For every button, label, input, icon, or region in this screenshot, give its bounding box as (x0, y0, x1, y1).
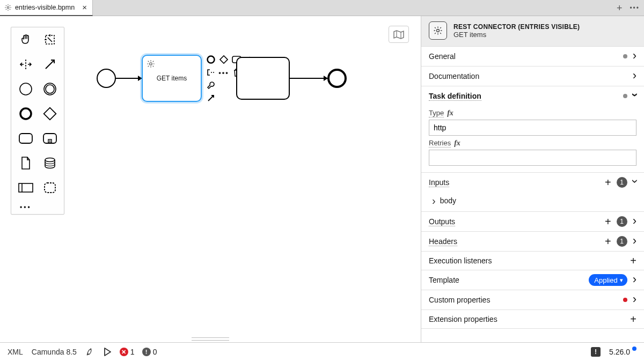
panel-title: REST CONNECTOR (ENTRIES VISIBLE) (453, 23, 580, 31)
problems-indicator[interactable]: ✕ 1 ! 0 (120, 348, 157, 356)
create-participant[interactable] (13, 179, 38, 197)
add-header-button[interactable]: + (605, 236, 611, 247)
hand-tool[interactable] (13, 31, 38, 49)
ctx-wrench[interactable] (206, 80, 216, 90)
outputs-count-badge: 1 (617, 216, 627, 227)
sequence-flow[interactable] (116, 78, 142, 79)
section-label: Custom properties (429, 296, 490, 304)
section-task-definition[interactable]: Task definition › (421, 86, 644, 106)
chevron-right-icon: › (633, 50, 636, 62)
create-intermediate-event[interactable] (38, 80, 62, 98)
svg-rect-15 (220, 56, 228, 63)
version-label[interactable]: 5.26.0 (609, 348, 636, 356)
type-field[interactable] (429, 120, 636, 136)
headers-count-badge: 1 (617, 236, 627, 247)
ctx-connect[interactable] (206, 93, 216, 103)
caret-down-icon: ▾ (620, 277, 623, 284)
error-icon: ✕ (120, 348, 128, 356)
tab-close-icon[interactable]: × (82, 3, 87, 11)
svg-point-13 (150, 63, 152, 65)
svg-point-4 (46, 85, 54, 93)
section-general[interactable]: General › (421, 47, 644, 66)
task[interactable] (236, 57, 290, 100)
svg-point-2 (20, 83, 32, 95)
ctx-annotation[interactable] (206, 68, 216, 77)
ctx-append-gateway[interactable] (219, 55, 229, 64)
ctx-more[interactable]: ••• (219, 68, 229, 77)
xml-toggle[interactable]: XML (8, 348, 23, 356)
warning-count: 0 (153, 348, 157, 356)
service-task-selected[interactable]: GET items (142, 55, 202, 102)
run-button[interactable] (104, 348, 111, 356)
tab-overflow-button[interactable]: ••• (630, 4, 640, 12)
new-tab-button[interactable]: + (617, 3, 623, 14)
add-extension-button[interactable]: + (630, 314, 636, 325)
chevron-right-icon: › (633, 215, 636, 227)
connect-tool[interactable] (38, 55, 62, 73)
create-end-event[interactable] (13, 105, 38, 123)
warning-icon: ! (142, 348, 151, 356)
chevron-right-icon: › (432, 195, 436, 206)
panel-resize-handle[interactable] (192, 337, 229, 341)
map-icon (393, 30, 405, 39)
deploy-button[interactable] (85, 347, 95, 357)
create-start-event[interactable] (13, 80, 38, 98)
create-gateway[interactable] (38, 105, 62, 123)
svg-point-5 (20, 108, 31, 119)
chevron-right-icon: › (633, 293, 636, 305)
section-execution-listeners[interactable]: Execution listeners + (421, 252, 644, 270)
template-applied-pill[interactable]: Applied▾ (589, 274, 627, 286)
end-event[interactable] (327, 69, 347, 88)
sequence-flow[interactable] (290, 78, 327, 79)
panel-header: REST CONNECTOR (ENTRIES VISIBLE) GET ite… (421, 16, 644, 47)
create-group[interactable] (38, 179, 62, 197)
gear-icon (4, 4, 12, 11)
svg-rect-11 (19, 183, 33, 192)
add-input-button[interactable]: + (605, 177, 611, 188)
space-tool[interactable] (13, 55, 38, 73)
section-headers[interactable]: Headers + 1 › (421, 232, 644, 251)
section-outputs[interactable]: Outputs + 1 › (421, 212, 644, 231)
chevron-right-icon: › (633, 274, 636, 285)
retries-field[interactable] (429, 150, 636, 166)
canvas[interactable]: ••• GET items (0, 16, 421, 342)
wrench-icon (207, 81, 215, 90)
section-label: Headers (429, 237, 457, 246)
error-count: 1 (130, 348, 135, 356)
create-task[interactable] (13, 129, 38, 148)
section-label: General (429, 52, 456, 61)
add-listener-button[interactable]: + (630, 255, 636, 266)
type-label: Type (429, 109, 444, 117)
platform-selector[interactable]: Camunda 8.5 (32, 348, 77, 356)
add-output-button[interactable]: + (605, 216, 611, 227)
start-event[interactable] (97, 69, 116, 88)
error-dot-icon (623, 298, 627, 302)
file-tab[interactable]: entries-visible.bpmn × (0, 0, 93, 16)
chevron-down-icon: › (628, 179, 640, 183)
minimap-toggle[interactable] (389, 26, 409, 43)
chevron-down-icon: › (628, 93, 640, 97)
fx-icon[interactable]: fx (447, 109, 453, 117)
fx-icon[interactable]: fx (454, 139, 460, 148)
ctx-append-event[interactable] (206, 55, 216, 64)
section-label: Task definition (429, 92, 481, 101)
input-item[interactable]: › body (421, 192, 644, 211)
status-bar: XML Camunda 8.5 ✕ 1 ! 0 ! 5.26.0 (0, 342, 644, 361)
section-label: Outputs (429, 217, 455, 226)
section-inputs[interactable]: Inputs + 1 › (421, 173, 644, 192)
create-data-object[interactable] (13, 154, 38, 172)
section-documentation[interactable]: Documentation › (421, 67, 644, 86)
gear-icon (146, 59, 156, 69)
section-template[interactable]: Template Applied▾ › (421, 270, 644, 290)
section-custom-properties[interactable]: Custom properties › (421, 290, 644, 310)
chevron-right-icon: › (633, 235, 636, 247)
feedback-button[interactable]: ! (591, 347, 601, 357)
dot-indicator (623, 54, 627, 58)
lasso-tool[interactable] (38, 31, 62, 49)
section-extension-properties[interactable]: Extension properties + (421, 310, 644, 328)
section-label: Template (429, 276, 459, 284)
create-data-store[interactable] (38, 154, 62, 172)
create-subprocess[interactable] (38, 129, 62, 148)
palette-more[interactable]: ••• (13, 203, 38, 211)
svg-point-18 (437, 30, 440, 32)
